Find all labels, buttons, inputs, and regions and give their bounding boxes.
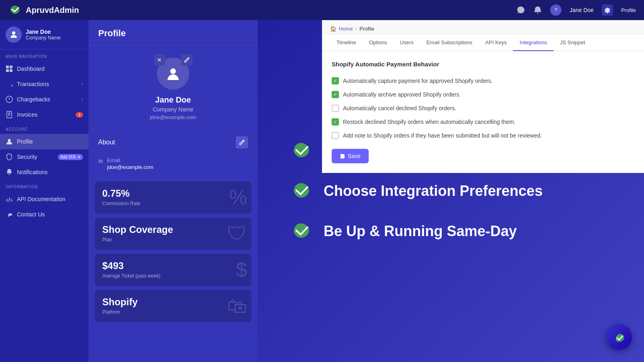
sidebar-item-profile[interactable]: Profile [0, 134, 89, 149]
integrations-tabs: Timeline Options Users Email Subscriptio… [322, 35, 644, 51]
about-email-field: ✉ Email jdoe@example.com [98, 154, 248, 173]
sidebar-item-label: API Documentation [17, 196, 66, 202]
tab-users[interactable]: Users [393, 35, 420, 51]
sidebar-item-label: Dashboard [17, 66, 45, 72]
step-text: Be Up & Running Same-Day [324, 223, 517, 240]
sidebar-item-chargebacks[interactable]: Chargebacks ‹ [0, 92, 89, 107]
add-2fa-close[interactable]: ✕ [77, 155, 80, 159]
stat-bg-icon: % [229, 186, 247, 209]
stat-label: Commission Rate [102, 201, 244, 206]
content-area: Profile ✕ [89, 20, 644, 362]
save-button-label: Save [348, 153, 361, 159]
sidebar-item-transactions[interactable]: Transactions ‹ [0, 76, 89, 92]
profile-panel: Profile ✕ [89, 20, 258, 362]
tab-timeline[interactable]: Timeline [330, 35, 363, 51]
sidebar-user-company: Company Name [26, 35, 61, 41]
svg-point-0 [12, 31, 15, 35]
checkbox-capture-input[interactable]: ✓ [332, 77, 339, 84]
header-user-name: Jane Doe [570, 7, 594, 13]
sidebar-item-invoices[interactable]: Invoices 1 [0, 107, 89, 122]
checkbox-capture-label: Automatically capture payment for approv… [343, 78, 493, 84]
breadcrumb-current: Profile [359, 26, 374, 32]
profile-edit-button[interactable] [181, 54, 192, 66]
about-edit-button[interactable] [236, 136, 248, 148]
transactions-icon [6, 80, 13, 88]
chargebacks-chevron: ‹ [81, 97, 83, 102]
checkbox-cancel-label: Automatically cancel declined Shopify or… [343, 105, 456, 111]
add-2fa-badge[interactable]: Add 2FA ✕ [58, 154, 83, 160]
sidebar-item-contact[interactable]: Contact Us [0, 207, 89, 222]
stat-card-coverage: Shop Coverage Plan 🛡 [95, 218, 251, 250]
tab-js-snippet[interactable]: JS Snippet [553, 35, 592, 51]
integrations-overlay: 🏠 Home › Profile Timeline Options Users … [322, 20, 644, 173]
checkbox-capture: ✓ Automatically capture payment for appr… [332, 74, 634, 88]
breadcrumb-home[interactable]: Home [339, 26, 353, 32]
email-icon: ✉ [98, 158, 103, 165]
sidebar-item-security[interactable]: Security Add 2FA ✕ [0, 149, 89, 165]
svg-rect-4 [10, 69, 12, 72]
profile-panel-header: Profile [89, 20, 258, 45]
chat-header-icon[interactable] [516, 6, 525, 14]
stat-label: Plan [102, 237, 244, 243]
svg-rect-6 [7, 111, 12, 118]
fab-button[interactable] [606, 324, 632, 350]
chargebacks-icon [6, 96, 13, 103]
tab-options[interactable]: Options [363, 35, 394, 51]
profile-email: jdoe@example.com [150, 114, 196, 120]
information-label: INFORMATION [0, 180, 89, 191]
profile-card: ✕ Jane Doe Company [89, 45, 258, 132]
notifications-icon [6, 169, 13, 176]
stats-grid: 0.75% Commission Rate % Shop Coverage Pl… [89, 181, 258, 329]
checkbox-note-label: Add note to Shopify orders if they have … [343, 132, 542, 139]
transactions-chevron: ‹ [81, 81, 83, 87]
svg-rect-1 [6, 66, 9, 68]
step-running: Be Up & Running Same-Day [290, 219, 517, 243]
profile-delete-button[interactable]: ✕ [154, 54, 165, 66]
profile-panel-title: Profile [98, 28, 248, 39]
checkbox-restock-input[interactable]: ✓ [332, 118, 339, 125]
step-logo-icon [290, 219, 314, 243]
logo-icon [8, 3, 23, 17]
dashboard-icon [6, 65, 13, 72]
stat-value: Shop Coverage [102, 224, 244, 235]
checkbox-cancel: Automatically cancel declined Shopify or… [332, 101, 634, 115]
tab-email-subscriptions[interactable]: Email Subscriptions [420, 35, 479, 51]
sidebar-item-api-docs[interactable]: API Documentation [0, 191, 89, 207]
breadcrumb: 🏠 Home › Profile [322, 20, 644, 35]
stat-value: Shopify [102, 296, 244, 308]
breadcrumb-icon: 🏠 [330, 26, 336, 32]
sidebar-user-name: Jane Doe [26, 29, 61, 35]
header-help-icon[interactable]: ? [550, 4, 561, 16]
profile-avatar-container: ✕ [157, 58, 189, 90]
contact-icon [6, 211, 13, 218]
sidebar-item-label: Security [17, 154, 37, 160]
sidebar-item-label: Profile [17, 138, 33, 145]
sidebar-item-dashboard[interactable]: Dashboard [0, 61, 89, 76]
header-settings-icon[interactable] [602, 4, 613, 16]
checkbox-cancel-input[interactable] [332, 105, 339, 112]
tab-api-keys[interactable]: API Keys [479, 35, 513, 51]
sidebar-user: Jane Doe Company Name [0, 20, 89, 49]
checkbox-restock-label: Restock declined Shopify orders when aut… [343, 119, 516, 125]
checkbox-note-input[interactable] [332, 132, 339, 139]
sidebar-item-label: Chargebacks [17, 96, 50, 103]
logo[interactable]: ApruvdAdmin [8, 3, 79, 17]
profile-company: Company Name [153, 106, 193, 113]
top-header: ApruvdAdmin ? Jane Doe Profile [0, 0, 644, 20]
sidebar-item-label: Transactions [17, 81, 49, 87]
sidebar: Jane Doe Company Name MAIN NAVIGATION Da… [0, 20, 89, 362]
sidebar-item-notifications[interactable]: Notifications [0, 165, 89, 180]
checkbox-archive-input[interactable]: ✓ [332, 91, 339, 98]
invoices-icon [6, 111, 13, 118]
invoices-badge: 1 [76, 112, 83, 117]
tab-integrations[interactable]: Integrations [513, 35, 553, 51]
sidebar-user-info: Jane Doe Company Name [26, 29, 61, 41]
stat-label: Average Ticket (past week) [102, 273, 244, 279]
stat-bg-icon: $ [236, 258, 247, 282]
integrations-section-title: Shopify Automatic Payment Behavior [332, 61, 634, 68]
save-button[interactable]: Save [332, 149, 369, 163]
main-nav-label: MAIN NAVIGATION [0, 49, 89, 61]
header-user[interactable]: Jane Doe [570, 7, 594, 13]
sidebar-item-label: Contact Us [17, 211, 45, 218]
bell-header-icon[interactable] [533, 6, 542, 14]
